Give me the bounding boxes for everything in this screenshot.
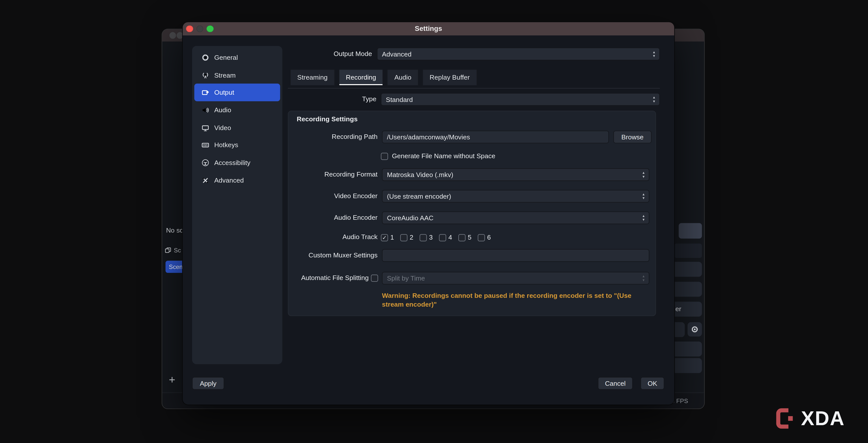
scene-list-item[interactable]: Scen [165, 261, 183, 273]
audio-encoder-value: CoreAudio AAC [387, 214, 434, 222]
dock-button-fragment[interactable] [679, 223, 702, 239]
output-mode-select[interactable]: Advanced [377, 48, 660, 61]
minimize-icon[interactable] [177, 32, 183, 39]
dialog-title: Settings [183, 22, 674, 35]
sidebar-item-advanced[interactable]: Advanced [194, 171, 280, 189]
no-sources-text: No so [166, 226, 183, 234]
accessibility-icon [202, 159, 209, 167]
tab-recording[interactable]: Recording [339, 69, 383, 85]
browse-button[interactable]: Browse [613, 131, 651, 144]
spinner-icon[interactable] [651, 48, 658, 60]
audio-track-1-label: 1 [390, 233, 394, 242]
sidebar-item-accessibility[interactable]: Accessibility [194, 154, 280, 171]
scenes-icon [165, 247, 171, 253]
sidebar-item-video[interactable]: Video [194, 119, 280, 136]
gear-icon [202, 54, 209, 61]
screenshot-root: No so Sc Scen + er 30.00 / 30.00 FPS [0, 0, 868, 443]
sidebar-item-label: Accessibility [214, 159, 250, 167]
recording-path-label: Recording Path [300, 131, 378, 144]
video-encoder-value: (Use stream encoder) [387, 192, 451, 200]
sidebar-item-label: Stream [214, 71, 236, 79]
audio-track-2-label: 2 [410, 233, 413, 242]
video-encoder-label: Video Encoder [300, 190, 378, 203]
settings-titlebar: Settings [183, 22, 674, 35]
audio-track-5-label: 5 [468, 233, 471, 242]
antenna-icon [202, 71, 209, 79]
scenes-dock-tab[interactable]: Sc [165, 247, 181, 253]
display-icon [202, 124, 209, 132]
tab-replay-buffer[interactable]: Replay Buffer [423, 69, 477, 85]
virtual-camera-settings-button[interactable] [687, 322, 702, 337]
xda-wordmark: XDA [801, 406, 845, 431]
audio-encoder-label: Audio Encoder [300, 212, 378, 224]
tab-streaming[interactable]: Streaming [290, 69, 335, 85]
file-splitting-checkbox[interactable] [371, 275, 378, 282]
generate-filename-label: Generate File Name without Space [392, 152, 495, 160]
sidebar-item-output[interactable]: Output [194, 84, 280, 101]
xda-watermark: XDA [774, 406, 845, 431]
sidebar-item-label: Output [214, 89, 234, 96]
spinner-icon[interactable] [651, 93, 658, 105]
audio-encoder-select[interactable]: CoreAudio AAC [382, 212, 650, 224]
sidebar-item-audio[interactable]: Audio [194, 101, 280, 119]
keyboard-icon [202, 141, 209, 149]
tools-icon [202, 176, 209, 184]
sidebar-item-label: General [214, 54, 238, 61]
spinner-icon[interactable] [640, 169, 647, 180]
controls-dock-button-fragment[interactable]: er [670, 302, 702, 317]
sidebar-item-label: Hotkeys [214, 141, 238, 149]
file-splitting-label: Automatic File Splitting [285, 272, 369, 285]
audio-track-1-checkbox[interactable] [381, 234, 388, 241]
spinner-icon [640, 272, 647, 284]
recording-format-label: Recording Format [300, 168, 378, 181]
settings-sidebar: General Stream Output Audio Video Hotkey… [192, 46, 282, 364]
controls-dock-button-fragment[interactable] [670, 342, 702, 357]
sidebar-item-stream[interactable]: Stream [194, 66, 280, 84]
audio-track-3-checkbox[interactable] [420, 234, 427, 241]
controls-dock-button-fragment[interactable] [670, 282, 702, 297]
settings-dialog: Settings General Stream Output Audio [183, 22, 674, 405]
ok-button[interactable]: OK [641, 377, 664, 390]
recording-format-select[interactable]: Matroska Video (.mkv) [382, 168, 650, 181]
controls-dock-button-fragment[interactable] [670, 358, 702, 373]
sidebar-item-hotkeys[interactable]: Hotkeys [194, 136, 280, 154]
audio-track-2-checkbox[interactable] [400, 234, 408, 241]
add-scene-button[interactable]: + [169, 374, 175, 386]
output-icon [202, 89, 209, 96]
tab-audio[interactable]: Audio [387, 69, 419, 85]
audio-track-6-label: 6 [487, 233, 491, 242]
divider [288, 88, 660, 88]
sidebar-item-label: Video [214, 124, 231, 132]
audio-track-4-checkbox[interactable] [439, 234, 446, 241]
cancel-button[interactable]: Cancel [598, 377, 633, 390]
custom-muxer-label: Custom Muxer Settings [294, 249, 378, 262]
apply-button[interactable]: Apply [192, 377, 224, 390]
type-value: Standard [386, 95, 413, 103]
output-tabs: Streaming Recording Audio Replay Buffer [290, 69, 477, 85]
type-select[interactable]: Standard [381, 93, 660, 106]
sidebar-item-general[interactable]: General [194, 49, 280, 66]
sidebar-item-label: Audio [214, 106, 231, 114]
type-label: Type [310, 93, 376, 106]
split-mode-select: Split by Time [382, 272, 650, 285]
recording-path-input[interactable] [382, 131, 609, 144]
audio-track-6-checkbox[interactable] [478, 234, 485, 241]
recording-format-value: Matroska Video (.mkv) [387, 171, 453, 179]
spinner-icon[interactable] [640, 212, 647, 223]
stage: No so Sc Scen + er 30.00 / 30.00 FPS [0, 0, 868, 443]
xda-bracket-icon [774, 407, 797, 430]
scenes-dock-label: Sc [174, 247, 181, 253]
video-encoder-select[interactable]: (Use stream encoder) [382, 190, 650, 203]
output-mode-value: Advanced [382, 50, 412, 58]
dock-header-fragment [674, 244, 702, 258]
controls-dock-button-fragment[interactable] [670, 262, 702, 277]
generate-filename-checkbox[interactable] [381, 153, 388, 160]
spinner-icon[interactable] [640, 190, 647, 202]
custom-muxer-input[interactable] [382, 249, 650, 262]
sidebar-item-label: Advanced [214, 176, 244, 184]
close-icon[interactable] [169, 32, 176, 39]
speaker-icon [202, 106, 209, 114]
audio-track-5-checkbox[interactable] [458, 234, 466, 241]
audio-track-3-label: 3 [429, 233, 433, 242]
output-mode-label: Output Mode [306, 48, 372, 61]
